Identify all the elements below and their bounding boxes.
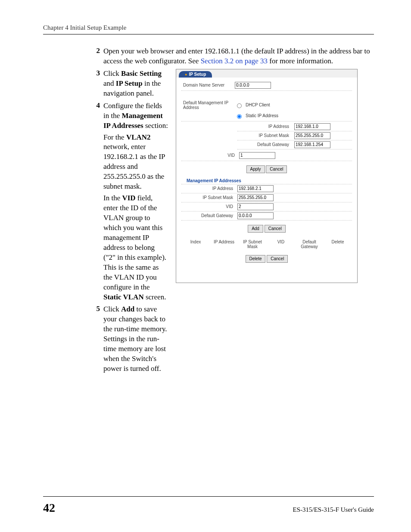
step-2: 2 Open your web browser and enter 192.16… xyxy=(90,47,374,66)
static-radio[interactable] xyxy=(237,114,242,119)
text: and xyxy=(103,79,116,87)
col-gateway: Default Gateway xyxy=(295,240,324,249)
mgmt-mask-label: IP Subnet Mask xyxy=(181,195,237,200)
col-delete: Delete xyxy=(324,240,352,249)
step-3: 3 Click Basic Setting and IP Setup in th… xyxy=(90,69,168,99)
text: for more information. xyxy=(269,57,333,65)
text: Click xyxy=(103,69,121,78)
page-footer: 42 ES-315/ES-315-F User's Guide xyxy=(43,496,374,515)
step-number: 2 xyxy=(90,47,103,55)
mgmt-table-header: Index IP Address IP Subnet Mask VID Defa… xyxy=(176,235,357,251)
cancel-button-3[interactable]: Cancel xyxy=(267,255,288,263)
static-mask-row: IP Subnet Mask xyxy=(237,131,352,140)
page-number: 42 xyxy=(43,501,55,515)
ip-address-label: IP Address xyxy=(237,124,294,129)
mgmt-gw-input[interactable] xyxy=(237,212,274,219)
step-text: Click Add to save your changes back to t… xyxy=(103,305,168,374)
text: In the xyxy=(103,194,122,202)
col-index: Index xyxy=(181,240,210,249)
step-5: 5 Click Add to save your changes back to… xyxy=(90,305,168,374)
step-number: 3 xyxy=(90,69,103,78)
dns-input[interactable] xyxy=(235,82,271,89)
text: section: xyxy=(143,121,168,130)
text: Click xyxy=(103,305,121,313)
text: For the xyxy=(103,133,126,141)
vid-label: VID xyxy=(181,153,239,158)
col-mask: IP Subnet Mask xyxy=(238,240,267,249)
step-text: Click Basic Setting and IP Setup in the … xyxy=(103,69,168,99)
delete-cancel-row: Delete Cancel xyxy=(176,251,357,265)
mgmt-vid-row: VID xyxy=(181,202,352,212)
mgmt-vid-input[interactable] xyxy=(237,203,274,210)
dns-row: Domain Name Server xyxy=(181,80,352,91)
header-rule xyxy=(43,34,374,34)
gateway-label: Default Gateway xyxy=(237,142,294,147)
gateway-input[interactable] xyxy=(294,141,330,148)
bold: VLAN2 xyxy=(126,133,151,141)
apply-button[interactable]: Apply xyxy=(246,165,265,173)
text: screen. xyxy=(144,293,166,301)
dhcp-label: DHCP Client xyxy=(246,103,270,107)
bold: Add xyxy=(121,305,134,313)
step-4-para2: In the VID field, enter the ID of the VL… xyxy=(103,193,168,302)
ip-address-input[interactable] xyxy=(294,123,330,130)
cancel-button[interactable]: Cancel xyxy=(266,165,287,173)
text: to save your changes back to the run-tim… xyxy=(103,305,167,373)
ip-setup-screenshot: IP Setup Domain Name Server Default Mana… xyxy=(176,69,358,283)
mgmt-ip-title: Management IP Addresses xyxy=(181,176,352,184)
vid-row: VID xyxy=(181,150,352,161)
static-radio-row: Static IP Address xyxy=(181,111,352,121)
static-label: Static IP Address xyxy=(246,113,278,118)
add-button[interactable]: Add xyxy=(248,225,263,233)
text: network, enter 192.168.2.1 as the IP add… xyxy=(103,143,165,190)
subnet-mask-label: IP Subnet Mask xyxy=(237,133,294,138)
mgmt-mask-row: IP Subnet Mask xyxy=(181,193,352,202)
tab-bar: IP Setup xyxy=(176,69,357,78)
dns-label: Domain Name Server xyxy=(181,83,235,87)
step-text: Open your web browser and enter 192.168.… xyxy=(103,47,374,66)
mgmt-mask-input[interactable] xyxy=(237,194,274,201)
step-4-para1: For the VLAN2 network, enter 192.168.2.1… xyxy=(103,133,168,192)
col-ip: IP Address xyxy=(210,240,238,249)
text: field, enter the ID of the VLAN group to… xyxy=(103,194,166,291)
subnet-mask-input[interactable] xyxy=(294,132,330,139)
tab-ip-setup[interactable]: IP Setup xyxy=(179,71,212,78)
mgmt-gw-label: Default Gateway xyxy=(181,213,237,218)
mgmt-ip-label: IP Address xyxy=(181,186,237,191)
col-vid: VID xyxy=(267,240,295,249)
cross-reference-link[interactable]: Section 3.2 on page 33 xyxy=(201,57,268,65)
step-text: Configure the fields in the Management I… xyxy=(103,101,168,131)
add-cancel-row: Add Cancel xyxy=(176,221,357,235)
step-4: 4 Configure the fields in the Management… xyxy=(90,101,168,131)
bold: IP Setup xyxy=(116,79,143,87)
vid-input[interactable] xyxy=(239,152,275,159)
delete-button[interactable]: Delete xyxy=(246,255,266,263)
bold: Basic Setting xyxy=(121,69,162,78)
default-mgmt-row: Default Management IP Address DHCP Clien… xyxy=(181,100,352,111)
static-ip-row: IP Address xyxy=(237,122,352,131)
running-header: Chapter 4 Initial Setup Example xyxy=(43,24,374,31)
default-mgmt-label: Default Management IP Address xyxy=(181,100,235,110)
dhcp-radio[interactable] xyxy=(237,103,242,108)
guide-title: ES-315/ES-315-F User's Guide xyxy=(293,506,374,513)
step-number: 5 xyxy=(90,305,103,313)
mgmt-vid-label: VID xyxy=(181,204,237,209)
apply-cancel-row: Apply Cancel xyxy=(176,161,357,176)
step-number: 4 xyxy=(90,101,103,110)
mgmt-ip-input[interactable] xyxy=(237,185,274,192)
bold: VID xyxy=(122,194,135,202)
bold: Static VLAN xyxy=(103,293,144,301)
mgmt-ip-row: IP Address xyxy=(181,184,352,193)
cancel-button-2[interactable]: Cancel xyxy=(265,225,286,233)
mgmt-gw-row: Default Gateway xyxy=(181,212,352,221)
static-gw-row: Default Gateway xyxy=(237,140,352,149)
